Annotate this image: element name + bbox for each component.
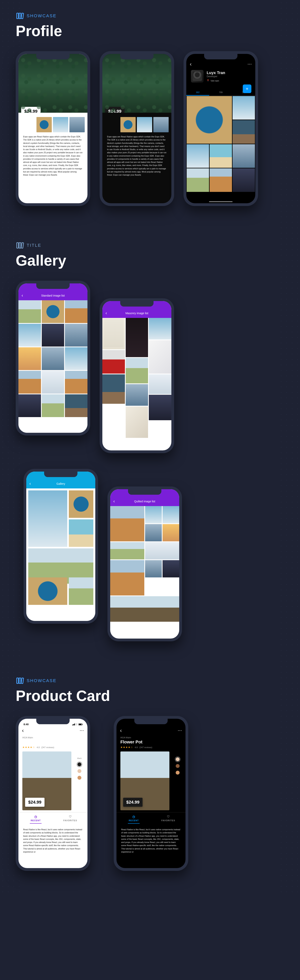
photo[interactable] [233, 169, 255, 192]
back-icon[interactable]: ‹ [113, 499, 115, 504]
swatch[interactable] [176, 771, 180, 775]
back-icon[interactable] [190, 61, 191, 67]
tab-favorites[interactable]: ♡ FAVORITES [151, 813, 185, 826]
grid-image[interactable] [110, 560, 144, 595]
thumbnail[interactable] [53, 117, 68, 132]
photo[interactable] [187, 144, 209, 168]
photo[interactable] [233, 120, 255, 144]
swatch[interactable] [176, 764, 180, 768]
navbar-title: Masonry image list [126, 312, 148, 315]
grid-image[interactable] [149, 374, 171, 394]
grid-image[interactable] [126, 384, 148, 406]
grid-image[interactable] [28, 578, 67, 605]
price-badge: $24.99 [105, 107, 124, 113]
grid-image[interactable] [163, 560, 179, 578]
swatch[interactable] [77, 769, 81, 773]
swatch[interactable] [77, 776, 81, 780]
grid-image[interactable] [149, 340, 171, 374]
grid-image[interactable] [18, 395, 41, 417]
grid-image[interactable] [102, 350, 125, 374]
image-grid [26, 488, 95, 621]
swatch-label: Black [77, 757, 81, 759]
grid-image[interactable] [149, 395, 171, 420]
more-icon[interactable] [80, 728, 84, 733]
add-button[interactable]: + [243, 84, 251, 93]
grid-image[interactable] [65, 324, 88, 347]
grid-image[interactable] [102, 318, 125, 349]
grid-image[interactable] [145, 542, 179, 559]
thumbnail[interactable] [37, 117, 52, 132]
image-grid [18, 300, 88, 433]
photo[interactable] [210, 144, 232, 168]
grid-image[interactable] [65, 395, 88, 417]
grid-image[interactable] [126, 407, 148, 438]
back-icon[interactable] [120, 728, 122, 733]
back-icon[interactable]: ‹ [29, 481, 31, 486]
grid-image[interactable] [69, 578, 93, 605]
grid-image[interactable] [69, 519, 93, 547]
product-brand: IKEA Malm [120, 737, 182, 739]
grid-image[interactable] [42, 395, 64, 417]
photo[interactable] [233, 144, 255, 168]
avatar[interactable] [191, 70, 204, 83]
grid-image[interactable] [28, 490, 67, 547]
photo[interactable] [187, 169, 209, 192]
grid-image[interactable] [65, 347, 88, 370]
grid-image[interactable] [126, 318, 148, 357]
grid-image[interactable] [102, 374, 125, 404]
photo[interactable] [210, 169, 232, 192]
grid-image[interactable] [145, 560, 162, 578]
phone-product-light: 8:40 􀙇 IKEA Malm Flower Pot ★★★★☆ [16, 716, 90, 871]
back-icon[interactable]: ‹ [105, 311, 107, 316]
heart-icon: ♡ [167, 815, 170, 818]
grid-image[interactable] [145, 506, 162, 523]
photo[interactable] [187, 96, 232, 144]
swatch[interactable] [176, 757, 180, 761]
grid-image[interactable] [65, 300, 88, 323]
tab[interactable]: 709 [209, 89, 232, 95]
back-icon[interactable] [22, 728, 24, 733]
grid-image[interactable] [145, 524, 162, 541]
grid-image[interactable] [42, 347, 64, 370]
section-title: Profile [16, 22, 284, 40]
tab[interactable]: 302 [186, 89, 209, 95]
product-tabs: ◷ RECENT ♡ FAVORITES [116, 812, 185, 826]
thumbnail-row[interactable] [18, 117, 88, 132]
photo[interactable] [233, 96, 255, 119]
more-icon[interactable] [247, 62, 252, 67]
grid-image[interactable] [65, 371, 88, 394]
grid-image[interactable] [42, 300, 64, 323]
grid-image[interactable] [110, 596, 179, 622]
product-title: Flower Pot [120, 740, 182, 745]
grid-image[interactable] [18, 324, 41, 347]
tab-favorites[interactable]: ♡ FAVORITES [53, 813, 88, 826]
product-description: Expo apps are React Native apps which co… [18, 132, 88, 179]
grid-image[interactable] [69, 490, 93, 518]
grid-image[interactable] [163, 524, 179, 541]
thumbnail-row[interactable] [102, 117, 171, 132]
grid-image[interactable] [42, 371, 64, 394]
navbar: ‹ Masonry image list [102, 309, 171, 318]
grid-image[interactable] [18, 371, 41, 394]
thumbnail[interactable] [69, 117, 85, 132]
thumbnail[interactable] [153, 117, 169, 132]
back-icon[interactable]: ‹ [22, 293, 23, 298]
grid-image[interactable] [42, 324, 64, 347]
grid-image[interactable] [149, 318, 171, 339]
navbar: ‹ Gallery [26, 479, 95, 488]
tab-recent[interactable]: ◷ RECENT [116, 813, 151, 826]
grid-image[interactable] [18, 347, 41, 370]
swatch[interactable] [77, 762, 81, 766]
thumbnail[interactable] [120, 117, 136, 132]
showcase-icon [16, 12, 24, 20]
grid-image[interactable] [163, 506, 179, 523]
product-title: Flower Pot [22, 740, 83, 745]
grid-image[interactable] [110, 542, 144, 559]
product-description: React Native is like React, but it uses … [18, 826, 88, 855]
thumbnail[interactable] [137, 117, 152, 132]
tab-recent[interactable]: ◷ RECENT [18, 813, 53, 826]
more-icon[interactable] [178, 728, 182, 733]
grid-image[interactable] [110, 506, 144, 541]
grid-image[interactable] [126, 358, 148, 383]
grid-image[interactable] [18, 300, 41, 323]
